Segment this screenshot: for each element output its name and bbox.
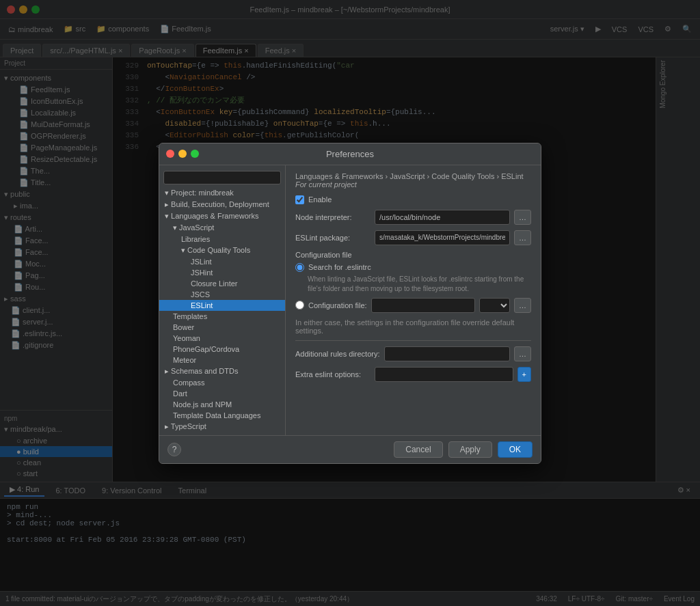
dialog-tree-code-quality[interactable]: ▾ Code Quality Tools xyxy=(159,245,285,256)
dialog-tree-javascript[interactable]: ▾ JavaScript xyxy=(159,222,285,234)
dialog-tree-jscs[interactable]: JSCS xyxy=(159,289,285,300)
dialog-search-input[interactable] xyxy=(163,171,281,184)
dialog-tree-phonegap[interactable]: PhoneGap/Cordova xyxy=(159,344,285,355)
cancel-button[interactable]: Cancel xyxy=(394,441,442,458)
dialog-tree-libraries[interactable]: Libraries xyxy=(159,234,285,245)
dialog-maximize[interactable] xyxy=(191,150,199,158)
additional-rules-row: Additional rules directory: … xyxy=(295,346,531,361)
radio-search-desc: When linting a JavaScript file, ESLint l… xyxy=(308,275,531,294)
dialog-traffic-lights xyxy=(166,150,199,158)
additional-rules-label: Additional rules directory: xyxy=(295,350,380,358)
divider xyxy=(295,340,531,341)
enable-label: Enable xyxy=(308,195,332,204)
dialog-tree-yeoman[interactable]: Yeoman xyxy=(159,333,285,344)
extra-eslint-input[interactable] xyxy=(375,367,513,382)
additional-rules-input[interactable] xyxy=(384,346,510,361)
extra-eslint-label: Extra eslint options: xyxy=(295,370,371,378)
enable-row: Enable xyxy=(295,195,531,204)
dialog-body: ▾ Project: mindbreak ▸ Build, Execution,… xyxy=(159,165,541,435)
dialog-tree-panel: ▾ Project: mindbreak ▸ Build, Execution,… xyxy=(159,165,286,435)
dialog-breadcrumb: Languages & Frameworks › JavaScript › Co… xyxy=(295,172,531,189)
node-interpreter-input[interactable] xyxy=(375,210,510,225)
dialog-footer: ? Cancel Apply OK xyxy=(159,435,541,463)
config-file-input[interactable] xyxy=(371,298,475,313)
enable-checkbox[interactable] xyxy=(295,195,304,204)
extra-eslint-env[interactable]: + xyxy=(517,367,531,382)
dialog-tree-templates[interactable]: Templates xyxy=(159,311,285,322)
dialog-tree-project[interactable]: ▾ Project: mindbreak xyxy=(159,187,285,199)
ok-button[interactable]: OK xyxy=(498,441,533,458)
radio-search[interactable] xyxy=(295,263,304,272)
dialog-tree-nodejs[interactable]: Node.js and NPM xyxy=(159,399,285,410)
radio-search-group: Search for .eslintrc When linting a Java… xyxy=(295,263,531,294)
eslint-package-row: ESLint package: … xyxy=(295,230,531,245)
dialog-title: Preferences xyxy=(326,149,374,159)
eslint-package-label: ESLint package: xyxy=(295,234,371,242)
dialog-tree-languages[interactable]: ▾ Languages & Frameworks xyxy=(159,210,285,222)
radio-config-label: Configuration file: xyxy=(308,301,367,309)
dialog-titlebar: Preferences xyxy=(159,143,541,165)
eslint-package-browse[interactable]: … xyxy=(514,230,531,245)
dialog-tree-build[interactable]: ▸ Build, Execution, Deployment xyxy=(159,199,285,210)
breadcrumb-path: Languages & Frameworks › JavaScript › Co… xyxy=(295,172,524,180)
dialog-tree-jslint[interactable]: JSLint xyxy=(159,256,285,267)
dialog-close[interactable] xyxy=(166,150,174,158)
dialog-overlay: Preferences ▾ Project: mindbreak ▸ Build… xyxy=(0,0,700,606)
node-interpreter-browse[interactable]: … xyxy=(514,210,531,225)
dialog-tree-typescript[interactable]: ▸ TypeScript xyxy=(159,421,285,432)
config-file-header: Configuration file xyxy=(295,251,531,259)
dialog-search-container xyxy=(159,168,285,187)
dialog-content-panel: Languages & Frameworks › JavaScript › Co… xyxy=(286,165,541,435)
dialog-tree-jshint[interactable]: JSHint xyxy=(159,267,285,278)
dialog-tree-dart[interactable]: Dart xyxy=(159,388,285,399)
config-file-select[interactable] xyxy=(479,298,510,313)
dialog-footer-buttons: Cancel Apply OK xyxy=(394,441,533,458)
apply-button[interactable]: Apply xyxy=(448,441,492,458)
dialog-tree-schemas[interactable]: ▸ Schemas and DTDs xyxy=(159,366,285,377)
radio-config[interactable] xyxy=(295,301,304,309)
info-text: In either case, the settings in the conf… xyxy=(295,318,531,335)
radio-config-group: Configuration file: … xyxy=(295,298,531,313)
dialog-tree-template-data[interactable]: Template Data Languages xyxy=(159,410,285,421)
dialog-tree-compass[interactable]: Compass xyxy=(159,377,285,388)
dialog-tree-closure[interactable]: Closure Linter xyxy=(159,278,285,289)
dialog-minimize[interactable] xyxy=(178,150,187,158)
help-icon[interactable]: ? xyxy=(167,443,181,456)
dialog-tree-bower[interactable]: Bower xyxy=(159,322,285,333)
eslint-package-input[interactable] xyxy=(375,230,510,245)
node-interpreter-label: Node interpreter: xyxy=(295,213,371,221)
dialog-tree-meteor[interactable]: Meteor xyxy=(159,355,285,366)
dialog-tree-eslint[interactable]: ESLint xyxy=(159,300,285,311)
radio-config-row: Configuration file: … xyxy=(295,298,531,313)
extra-eslint-row: Extra eslint options: + xyxy=(295,367,531,382)
radio-search-row: Search for .eslintrc xyxy=(295,263,531,272)
config-file-browse[interactable]: … xyxy=(514,298,531,313)
additional-rules-browse[interactable]: … xyxy=(514,346,531,361)
radio-search-label: Search for .eslintrc xyxy=(308,263,371,271)
preferences-dialog: Preferences ▾ Project: mindbreak ▸ Build… xyxy=(159,143,541,464)
breadcrumb-scope: For current project xyxy=(295,180,357,189)
node-interpreter-row: Node interpreter: … xyxy=(295,210,531,225)
